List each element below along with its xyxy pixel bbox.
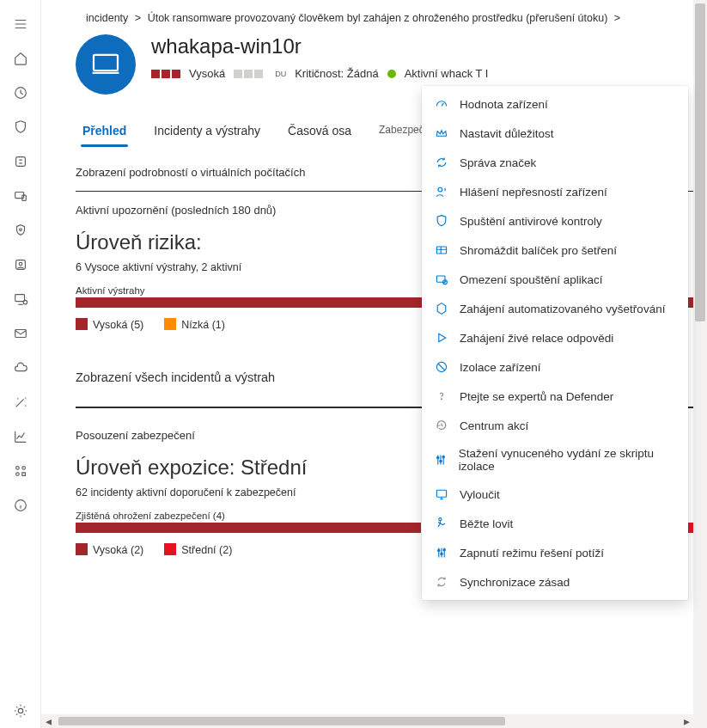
menu-item[interactable]: Nastavit důležitost: [422, 119, 688, 148]
menu-item-label: Synchronizace zásad: [460, 576, 570, 589]
menu-item[interactable]: Spuštění antivirové kontroly: [422, 206, 688, 236]
breadcrumb[interactable]: incidenty > Útok ransomware provozovaný …: [76, 0, 707, 34]
menu-item[interactable]: Vyloučit: [422, 480, 688, 509]
menu-item-label: Zahájení živé relace odpovědi: [460, 332, 613, 345]
menu-item[interactable]: Zapnutí režimu řešení potíží: [422, 538, 688, 567]
home-icon[interactable]: [0, 41, 41, 76]
crown-icon: [434, 125, 449, 141]
svg-point-11: [21, 467, 25, 470]
horizontal-scrollbar[interactable]: ◂ ▸: [41, 714, 693, 728]
device-avatar: [76, 34, 136, 95]
shield-icon[interactable]: [0, 110, 41, 144]
du-tag: DU: [275, 70, 286, 78]
hex-icon: [434, 301, 449, 316]
menu-item-label: Běžte lovit: [460, 517, 513, 530]
svg-point-12: [15, 473, 19, 476]
menu-item[interactable]: Centrum akcí: [422, 411, 688, 440]
svg-point-24: [442, 456, 444, 458]
menu-item-label: Zapnutí režimu řešení potíží: [460, 547, 604, 560]
menu-item-label: Ptejte se expertů na Defender: [460, 390, 613, 403]
active-status: Aktivní whack T I: [405, 67, 489, 80]
menu-item[interactable]: Shromáždit balíček pro šetření: [422, 236, 688, 265]
svg-point-22: [437, 456, 439, 458]
svg-point-27: [438, 549, 440, 551]
svg-rect-1: [15, 157, 25, 167]
severity-label: Vysoká: [189, 67, 225, 80]
history-icon: [434, 418, 449, 433]
status-dot-icon: [387, 70, 396, 78]
svg-point-26: [439, 518, 442, 521]
user-icon[interactable]: [0, 248, 41, 282]
menu-item-label: Vyloučit: [460, 488, 500, 501]
actions-menu: Hodnota zařízeníNastavit důležitostSpráv…: [422, 86, 688, 600]
menu-item-label: Centrum akcí: [460, 419, 528, 432]
vuln-legend-med: Střední (2): [181, 544, 232, 556]
inventory-icon[interactable]: [0, 144, 41, 179]
tab-timeline[interactable]: Časová osa: [286, 117, 353, 146]
gauge-icon: [434, 96, 449, 112]
severity-indicator: [151, 70, 180, 78]
hamburger-icon[interactable]: [0, 7, 41, 41]
menu-item-label: Hodnota zařízení: [460, 98, 548, 111]
info-icon[interactable]: [0, 488, 41, 523]
play-icon: [434, 330, 449, 346]
svg-point-10: [15, 467, 19, 470]
menu-item[interactable]: Zahájení živé relace odpovědi: [422, 323, 688, 352]
wand-icon[interactable]: [0, 385, 41, 419]
endpoint-icon[interactable]: [0, 282, 41, 316]
svg-rect-18: [436, 276, 445, 282]
appblock-icon: [434, 272, 449, 287]
gear-icon[interactable]: [0, 694, 41, 728]
person-alert-icon: [434, 184, 449, 199]
vertical-scrollbar[interactable]: [693, 0, 707, 728]
monitor-icon: [434, 486, 449, 502]
sliders-icon: [434, 545, 449, 560]
isolate-icon: [434, 359, 449, 375]
tab-incidents[interactable]: Incidenty a výstrahy: [152, 117, 262, 146]
left-nav: [0, 0, 41, 728]
mail-icon[interactable]: [0, 316, 41, 351]
svg-rect-9: [15, 330, 26, 338]
chart-icon[interactable]: [0, 419, 41, 454]
menu-item[interactable]: Běžte lovit: [422, 509, 688, 538]
menu-item[interactable]: Izolace zařízení: [422, 352, 688, 382]
device-name: whakapa-win10r: [151, 34, 302, 58]
exposure-count-text: incidenty aktivní doporučení k zabezpeče…: [90, 486, 296, 499]
menu-item[interactable]: Správa značek: [422, 148, 688, 177]
svg-point-28: [441, 553, 442, 554]
criticality-indicator: [234, 70, 263, 78]
question-icon: [434, 388, 449, 404]
menu-item[interactable]: Synchronizace zásad: [422, 567, 688, 596]
svg-rect-17: [436, 247, 446, 254]
exposure-count: 62: [76, 486, 88, 499]
svg-rect-7: [15, 295, 24, 302]
shield2-icon[interactable]: [0, 213, 41, 248]
menu-item-label: Správa značek: [460, 156, 536, 169]
package-icon: [434, 242, 449, 258]
menu-item[interactable]: Stažení vynuceného vydání ze skriptu izo…: [422, 440, 688, 480]
menu-item[interactable]: Zahájení automatizovaného vyšetřování: [422, 294, 688, 323]
svg-point-21: [442, 399, 442, 400]
shield-icon: [434, 213, 449, 229]
menu-item[interactable]: Ptejte se expertů na Defender: [422, 382, 688, 411]
legend-low: Nízká (1): [181, 319, 225, 331]
svg-rect-25: [436, 490, 446, 497]
menu-item-label: Nastavit důležitost: [460, 127, 554, 140]
sliders-icon: [434, 452, 448, 468]
apps-icon[interactable]: [0, 454, 41, 488]
menu-item-label: Zahájení automatizovaného vyšetřování: [460, 303, 665, 315]
tab-overview[interactable]: Přehled: [81, 117, 128, 146]
menu-item[interactable]: Hlášení nepřesností zařízení: [422, 177, 688, 206]
risk-count: 6: [76, 261, 82, 273]
svg-point-16: [438, 187, 442, 192]
legend-high: Vysoká (5): [93, 319, 143, 331]
refresh-icon: [434, 155, 449, 170]
devices-icon[interactable]: [0, 179, 41, 213]
menu-item-label: Stažení vynuceného vydání ze skriptu izo…: [459, 447, 676, 473]
menu-item[interactable]: Omezení spouštění aplikací: [422, 265, 688, 294]
clock-icon[interactable]: [0, 76, 41, 110]
svg-point-29: [443, 549, 445, 551]
menu-item-label: Omezení spouštění aplikací: [460, 273, 603, 286]
menu-item[interactable]: Hodnota zařízení: [422, 89, 688, 119]
cloud-icon[interactable]: [0, 351, 41, 385]
